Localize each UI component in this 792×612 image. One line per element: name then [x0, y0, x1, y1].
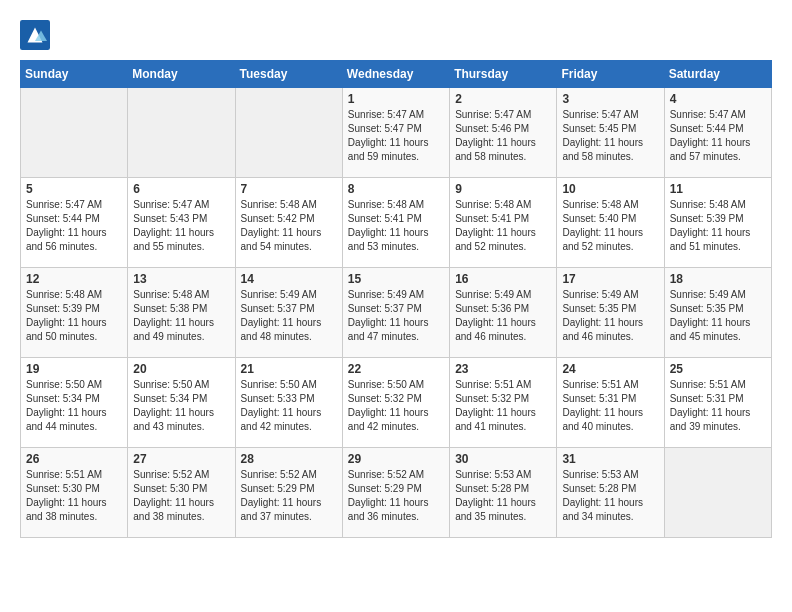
day-number: 6 [133, 182, 229, 196]
weekday-header: Wednesday [342, 61, 449, 88]
day-info: Sunrise: 5:51 AMSunset: 5:32 PMDaylight:… [455, 378, 551, 434]
calendar-cell: 8 Sunrise: 5:48 AMSunset: 5:41 PMDayligh… [342, 178, 449, 268]
day-info: Sunrise: 5:47 AMSunset: 5:44 PMDaylight:… [670, 108, 766, 164]
weekday-header: Saturday [664, 61, 771, 88]
day-number: 26 [26, 452, 122, 466]
day-number: 24 [562, 362, 658, 376]
day-info: Sunrise: 5:47 AMSunset: 5:44 PMDaylight:… [26, 198, 122, 254]
calendar-table: SundayMondayTuesdayWednesdayThursdayFrid… [20, 60, 772, 538]
calendar-week-row: 19 Sunrise: 5:50 AMSunset: 5:34 PMDaylig… [21, 358, 772, 448]
day-number: 23 [455, 362, 551, 376]
calendar-week-row: 1 Sunrise: 5:47 AMSunset: 5:47 PMDayligh… [21, 88, 772, 178]
day-number: 28 [241, 452, 337, 466]
weekday-header-row: SundayMondayTuesdayWednesdayThursdayFrid… [21, 61, 772, 88]
day-info: Sunrise: 5:48 AMSunset: 5:40 PMDaylight:… [562, 198, 658, 254]
weekday-header: Sunday [21, 61, 128, 88]
day-info: Sunrise: 5:49 AMSunset: 5:37 PMDaylight:… [241, 288, 337, 344]
page-header [20, 20, 772, 50]
calendar-cell: 12 Sunrise: 5:48 AMSunset: 5:39 PMDaylig… [21, 268, 128, 358]
calendar-cell: 21 Sunrise: 5:50 AMSunset: 5:33 PMDaylig… [235, 358, 342, 448]
day-number: 3 [562, 92, 658, 106]
day-info: Sunrise: 5:47 AMSunset: 5:45 PMDaylight:… [562, 108, 658, 164]
day-number: 11 [670, 182, 766, 196]
calendar-cell: 2 Sunrise: 5:47 AMSunset: 5:46 PMDayligh… [450, 88, 557, 178]
day-info: Sunrise: 5:50 AMSunset: 5:33 PMDaylight:… [241, 378, 337, 434]
day-number: 21 [241, 362, 337, 376]
calendar-cell: 30 Sunrise: 5:53 AMSunset: 5:28 PMDaylig… [450, 448, 557, 538]
day-number: 20 [133, 362, 229, 376]
day-info: Sunrise: 5:48 AMSunset: 5:38 PMDaylight:… [133, 288, 229, 344]
day-number: 27 [133, 452, 229, 466]
weekday-header: Monday [128, 61, 235, 88]
calendar-cell: 16 Sunrise: 5:49 AMSunset: 5:36 PMDaylig… [450, 268, 557, 358]
calendar-cell: 18 Sunrise: 5:49 AMSunset: 5:35 PMDaylig… [664, 268, 771, 358]
day-number: 31 [562, 452, 658, 466]
day-number: 18 [670, 272, 766, 286]
calendar-cell: 11 Sunrise: 5:48 AMSunset: 5:39 PMDaylig… [664, 178, 771, 268]
day-number: 22 [348, 362, 444, 376]
calendar-week-row: 26 Sunrise: 5:51 AMSunset: 5:30 PMDaylig… [21, 448, 772, 538]
weekday-header: Tuesday [235, 61, 342, 88]
day-info: Sunrise: 5:49 AMSunset: 5:37 PMDaylight:… [348, 288, 444, 344]
calendar-cell: 17 Sunrise: 5:49 AMSunset: 5:35 PMDaylig… [557, 268, 664, 358]
day-info: Sunrise: 5:50 AMSunset: 5:34 PMDaylight:… [26, 378, 122, 434]
day-info: Sunrise: 5:47 AMSunset: 5:46 PMDaylight:… [455, 108, 551, 164]
calendar-cell: 26 Sunrise: 5:51 AMSunset: 5:30 PMDaylig… [21, 448, 128, 538]
logo [20, 20, 55, 50]
day-number: 2 [455, 92, 551, 106]
day-number: 17 [562, 272, 658, 286]
day-info: Sunrise: 5:48 AMSunset: 5:39 PMDaylight:… [26, 288, 122, 344]
day-info: Sunrise: 5:49 AMSunset: 5:35 PMDaylight:… [562, 288, 658, 344]
calendar-cell [235, 88, 342, 178]
calendar-cell: 25 Sunrise: 5:51 AMSunset: 5:31 PMDaylig… [664, 358, 771, 448]
day-number: 5 [26, 182, 122, 196]
day-number: 19 [26, 362, 122, 376]
day-number: 10 [562, 182, 658, 196]
day-info: Sunrise: 5:49 AMSunset: 5:35 PMDaylight:… [670, 288, 766, 344]
calendar-cell: 15 Sunrise: 5:49 AMSunset: 5:37 PMDaylig… [342, 268, 449, 358]
calendar-cell: 24 Sunrise: 5:51 AMSunset: 5:31 PMDaylig… [557, 358, 664, 448]
day-info: Sunrise: 5:47 AMSunset: 5:47 PMDaylight:… [348, 108, 444, 164]
calendar-cell: 4 Sunrise: 5:47 AMSunset: 5:44 PMDayligh… [664, 88, 771, 178]
day-info: Sunrise: 5:50 AMSunset: 5:32 PMDaylight:… [348, 378, 444, 434]
day-info: Sunrise: 5:49 AMSunset: 5:36 PMDaylight:… [455, 288, 551, 344]
day-number: 13 [133, 272, 229, 286]
calendar-cell: 23 Sunrise: 5:51 AMSunset: 5:32 PMDaylig… [450, 358, 557, 448]
day-info: Sunrise: 5:52 AMSunset: 5:29 PMDaylight:… [348, 468, 444, 524]
calendar-cell [21, 88, 128, 178]
day-number: 8 [348, 182, 444, 196]
calendar-cell: 19 Sunrise: 5:50 AMSunset: 5:34 PMDaylig… [21, 358, 128, 448]
calendar-cell: 5 Sunrise: 5:47 AMSunset: 5:44 PMDayligh… [21, 178, 128, 268]
day-info: Sunrise: 5:53 AMSunset: 5:28 PMDaylight:… [455, 468, 551, 524]
day-number: 12 [26, 272, 122, 286]
day-info: Sunrise: 5:48 AMSunset: 5:41 PMDaylight:… [455, 198, 551, 254]
calendar-cell: 10 Sunrise: 5:48 AMSunset: 5:40 PMDaylig… [557, 178, 664, 268]
day-info: Sunrise: 5:48 AMSunset: 5:39 PMDaylight:… [670, 198, 766, 254]
day-info: Sunrise: 5:53 AMSunset: 5:28 PMDaylight:… [562, 468, 658, 524]
calendar-cell: 3 Sunrise: 5:47 AMSunset: 5:45 PMDayligh… [557, 88, 664, 178]
day-number: 9 [455, 182, 551, 196]
weekday-header: Thursday [450, 61, 557, 88]
calendar-cell: 28 Sunrise: 5:52 AMSunset: 5:29 PMDaylig… [235, 448, 342, 538]
weekday-header: Friday [557, 61, 664, 88]
day-number: 15 [348, 272, 444, 286]
calendar-cell: 6 Sunrise: 5:47 AMSunset: 5:43 PMDayligh… [128, 178, 235, 268]
calendar-week-row: 5 Sunrise: 5:47 AMSunset: 5:44 PMDayligh… [21, 178, 772, 268]
day-number: 29 [348, 452, 444, 466]
calendar-cell [128, 88, 235, 178]
day-number: 4 [670, 92, 766, 106]
day-number: 1 [348, 92, 444, 106]
day-info: Sunrise: 5:50 AMSunset: 5:34 PMDaylight:… [133, 378, 229, 434]
day-number: 7 [241, 182, 337, 196]
day-info: Sunrise: 5:52 AMSunset: 5:30 PMDaylight:… [133, 468, 229, 524]
calendar-cell: 31 Sunrise: 5:53 AMSunset: 5:28 PMDaylig… [557, 448, 664, 538]
calendar-cell: 29 Sunrise: 5:52 AMSunset: 5:29 PMDaylig… [342, 448, 449, 538]
day-info: Sunrise: 5:51 AMSunset: 5:30 PMDaylight:… [26, 468, 122, 524]
calendar-cell: 1 Sunrise: 5:47 AMSunset: 5:47 PMDayligh… [342, 88, 449, 178]
calendar-cell [664, 448, 771, 538]
day-info: Sunrise: 5:52 AMSunset: 5:29 PMDaylight:… [241, 468, 337, 524]
calendar-cell: 7 Sunrise: 5:48 AMSunset: 5:42 PMDayligh… [235, 178, 342, 268]
calendar-cell: 22 Sunrise: 5:50 AMSunset: 5:32 PMDaylig… [342, 358, 449, 448]
calendar-cell: 13 Sunrise: 5:48 AMSunset: 5:38 PMDaylig… [128, 268, 235, 358]
day-number: 30 [455, 452, 551, 466]
